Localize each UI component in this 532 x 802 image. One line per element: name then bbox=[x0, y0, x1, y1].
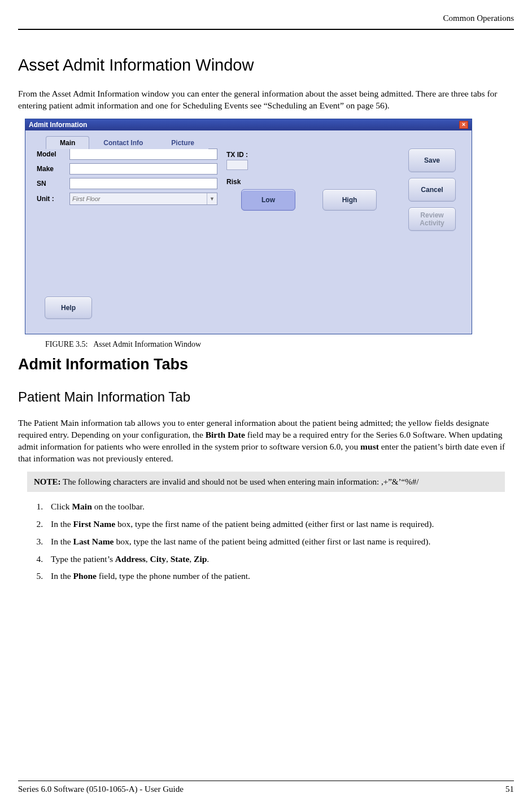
right-column: Save Cancel Review Activity bbox=[408, 149, 465, 231]
txid-display bbox=[226, 160, 248, 170]
figure-caption-text: Asset Admit Information Window bbox=[93, 340, 201, 348]
window-body: Main Contact Info Picture Model Make SN bbox=[25, 130, 472, 334]
input-model[interactable] bbox=[69, 149, 217, 160]
figure-label: FIGURE 3.5: bbox=[45, 340, 88, 348]
heading-patient-main-tab: Patient Main Information Tab bbox=[18, 389, 514, 405]
step-1: Click Main on the toolbar. bbox=[45, 501, 514, 513]
input-make[interactable] bbox=[69, 163, 217, 175]
input-sn[interactable] bbox=[69, 178, 217, 189]
screenshot-container: Admit Information × Main Contact Info Pi… bbox=[25, 119, 514, 334]
admit-information-window: Admit Information × Main Contact Info Pi… bbox=[25, 119, 472, 334]
header-section: Common Operations bbox=[443, 14, 514, 23]
label-unit: Unit : bbox=[37, 195, 69, 203]
step-2: In the First Name box, type the first na… bbox=[45, 518, 514, 530]
tab-main[interactable]: Main bbox=[46, 136, 89, 149]
heading-admit-tabs: Admit Information Tabs bbox=[18, 356, 514, 373]
note-text: The following characters are invalid and… bbox=[61, 477, 419, 486]
risk-group: Risk Low High bbox=[226, 178, 399, 211]
note-lead: NOTE: bbox=[34, 477, 61, 486]
label-model: Model bbox=[37, 150, 69, 158]
steps-list: Click Main on the toolbar. In the First … bbox=[45, 501, 514, 583]
chevron-down-icon[interactable]: ▼ bbox=[207, 193, 217, 204]
left-column: Model Make SN Unit : bbox=[37, 149, 217, 231]
help-button[interactable]: Help bbox=[45, 297, 92, 319]
form-area: Model Make SN Unit : bbox=[37, 149, 465, 231]
combo-unit-input[interactable] bbox=[70, 193, 207, 204]
step-5: In the Phone field, type the phone numbe… bbox=[45, 570, 514, 582]
page-header: Common Operations bbox=[18, 11, 514, 30]
field-sn-row: SN bbox=[37, 178, 217, 189]
field-make-row: Make bbox=[37, 163, 217, 175]
figure-caption: FIGURE 3.5: Asset Admit Information Wind… bbox=[45, 340, 514, 349]
window-titlebar[interactable]: Admit Information × bbox=[25, 119, 472, 130]
field-unit-row: Unit : ▼ bbox=[37, 193, 217, 205]
field-model-row: Model bbox=[37, 149, 217, 160]
page-footer: Series 6.0 Software (0510-1065-A) - User… bbox=[18, 781, 514, 794]
middle-column: TX ID : Risk Low High bbox=[226, 149, 399, 231]
window-title: Admit Information bbox=[29, 121, 87, 129]
label-risk: Risk bbox=[226, 178, 399, 186]
footer-page-number: 51 bbox=[505, 784, 514, 794]
intro-paragraph: From the Asset Admit Information window … bbox=[18, 88, 514, 112]
heading-asset-admit: Asset Admit Information Window bbox=[18, 56, 514, 75]
patient-main-paragraph: The Patient Main information tab allows … bbox=[18, 417, 514, 465]
step-4: Type the patient’s Address, City, State,… bbox=[45, 553, 514, 565]
step-3: In the Last Name box, type the last name… bbox=[45, 536, 514, 548]
close-icon[interactable]: × bbox=[459, 121, 468, 129]
risk-high-button[interactable]: High bbox=[322, 189, 377, 211]
note-box: NOTE: The following characters are inval… bbox=[27, 472, 505, 492]
tab-picture[interactable]: Picture bbox=[157, 136, 208, 149]
label-make: Make bbox=[37, 165, 69, 173]
review-activity-button[interactable]: Review Activity bbox=[408, 207, 456, 231]
save-button[interactable]: Save bbox=[408, 149, 456, 172]
label-txid: TX ID : bbox=[226, 151, 399, 159]
tab-strip: Main Contact Info Picture bbox=[46, 136, 465, 149]
combo-unit[interactable]: ▼ bbox=[69, 193, 217, 205]
footer-left: Series 6.0 Software (0510-1065-A) - User… bbox=[18, 784, 184, 794]
cancel-button[interactable]: Cancel bbox=[408, 178, 456, 202]
label-sn: SN bbox=[37, 180, 69, 188]
tab-contact-info[interactable]: Contact Info bbox=[89, 136, 157, 149]
risk-low-button[interactable]: Low bbox=[241, 189, 295, 211]
